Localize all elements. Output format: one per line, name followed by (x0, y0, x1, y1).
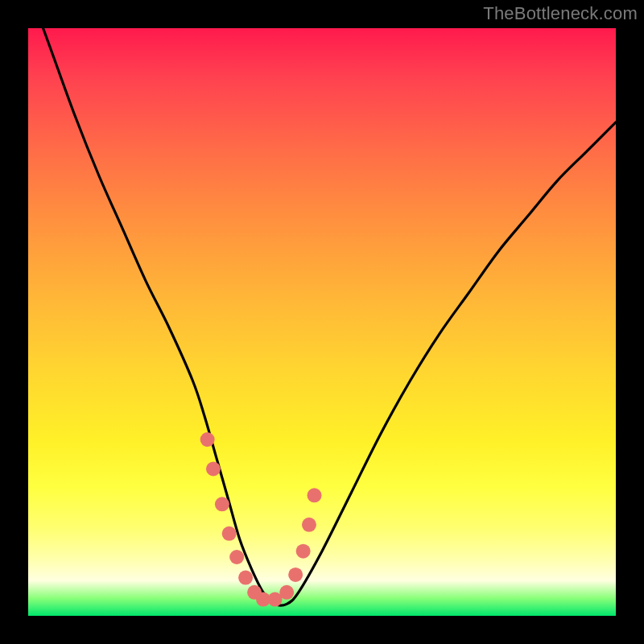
highlight-bead (279, 585, 294, 600)
highlight-bead (215, 497, 229, 511)
bottleneck-curve (28, 0, 616, 605)
chart-frame: TheBottleneck.com (0, 0, 644, 644)
highlight-bead (296, 544, 311, 559)
highlight-bead (222, 526, 237, 541)
chart-svg (28, 28, 616, 616)
highlight-bead (302, 518, 316, 532)
watermark-text: TheBottleneck.com (483, 3, 638, 24)
highlight-bead (288, 568, 303, 582)
highlight-markers (200, 432, 322, 607)
highlight-bead (200, 432, 215, 447)
highlight-bead (229, 550, 244, 564)
highlight-bead (308, 488, 322, 502)
highlight-bead (238, 571, 253, 585)
highlight-bead (206, 462, 221, 477)
plot-area (28, 28, 616, 616)
